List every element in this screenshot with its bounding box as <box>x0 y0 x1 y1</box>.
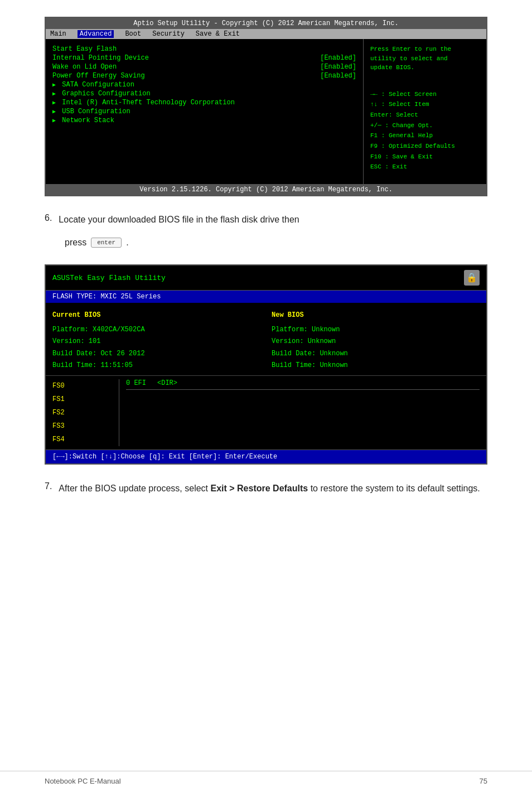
current-version: Version: 101 <box>52 336 260 348</box>
bios-main-area: Start Easy Flash Internal Pointing Devic… <box>46 39 486 184</box>
bios-item-network: Network Stack <box>52 116 356 125</box>
enter-key-button: enter <box>91 238 122 248</box>
fs2-item[interactable]: FS2 <box>52 406 114 419</box>
step-7-text-after: to restore the system to its default set… <box>308 484 480 493</box>
bios-help-text: Press Enter to run theutility to select … <box>370 45 480 73</box>
fs1-item[interactable]: FS1 <box>52 393 114 406</box>
flash-utility-box: ASUSTek Easy Flash Utility 🔒 FLASH TYPE:… <box>45 264 487 465</box>
bios-item-start-easy-flash: Start Easy Flash <box>52 45 356 54</box>
step-7-section: 7. After the BIOS update process, select… <box>45 481 487 496</box>
fs0-item[interactable]: FS0 <box>52 379 114 393</box>
step-6-section: 6. Locate your downloaded BIOS file in t… <box>45 213 487 248</box>
lock-icon: 🔒 <box>464 270 480 286</box>
step-6-text: Locate your downloaded BIOS file in the … <box>59 213 299 226</box>
bios-menu-main[interactable]: Main <box>50 30 66 38</box>
current-build-date: Build Date: Oct 26 2012 <box>52 348 260 360</box>
footer-title: Notebook PC E-Manual <box>45 777 121 785</box>
step-7-number: 7. <box>45 481 52 496</box>
new-build-time: Build Time: Unknown <box>272 360 480 372</box>
efi-dir: <DIR> <box>157 379 177 387</box>
bios-item-sata: SATA Configuration <box>52 80 356 89</box>
bios-item-wake-on-lid: Wake on Lid Open [Enabled] <box>52 62 356 71</box>
step-7-bold-text: Exit > Restore Defaults <box>210 484 308 493</box>
bios-item-intel-antitheft: Intel (R) Anti-Theft Technology Corporat… <box>52 98 356 107</box>
footer-page-number: 75 <box>480 777 487 785</box>
bios-footer: Version 2.15.1226. Copyright (C) 2012 Am… <box>46 184 486 195</box>
press-enter-line: press enter . <box>65 238 487 248</box>
bios-key-hints: →← : Select Screen ↑↓ : Select Item Ente… <box>370 89 480 173</box>
flash-type-row: FLASH TYPE: MXIC 25L Series <box>46 291 486 303</box>
bios-menu-boot[interactable]: Boot <box>125 30 141 38</box>
bios-menu-security[interactable]: Security <box>152 30 185 38</box>
new-build-date: Build Date: Unknown <box>272 348 480 360</box>
flash-efi-area: 0 EFI <DIR> <box>119 379 480 446</box>
current-bios-col: Current BIOS Platform: X402CA/X502CA Ver… <box>52 310 260 372</box>
flash-bios-info: Current BIOS Platform: X402CA/X502CA Ver… <box>46 306 486 376</box>
bios-item-usb: USB Configuration <box>52 107 356 116</box>
flash-title-text: ASUSTek Easy Flash Utility <box>52 274 166 282</box>
press-label: press <box>65 238 86 248</box>
page-footer: Notebook PC E-Manual 75 <box>0 771 532 791</box>
bios-menu-advanced[interactable]: Advanced <box>78 30 114 38</box>
efi-col1: 0 EFI <box>126 379 146 387</box>
period-text: . <box>126 238 128 248</box>
flash-fs-list: FS0 FS1 FS2 FS3 FS4 <box>52 379 119 446</box>
fs4-item[interactable]: FS4 <box>52 433 114 446</box>
fs3-item[interactable]: FS3 <box>52 419 114 433</box>
current-platform: Platform: X402CA/X502CA <box>52 324 260 336</box>
step-7-row: 7. After the BIOS update process, select… <box>45 481 487 496</box>
step-7-text: After the BIOS update process, select Ex… <box>59 481 480 496</box>
new-bios-col: New BIOS Platform: Unknown Version: Unkn… <box>272 310 480 372</box>
bios-left-panel: Start Easy Flash Internal Pointing Devic… <box>46 39 364 184</box>
bios-item-graphics: Graphics Configuration <box>52 89 356 98</box>
flash-footer-keys: [←→]:Switch [↑↓]:Choose [q]: Exit [Enter… <box>46 450 486 463</box>
new-platform: Platform: Unknown <box>272 324 480 336</box>
current-build-time: Build Time: 11:51:05 <box>52 360 260 372</box>
step-7-text-before: After the BIOS update process, select <box>59 484 210 493</box>
step-6-row: 6. Locate your downloaded BIOS file in t… <box>45 213 487 233</box>
bios-right-panel: Press Enter to run theutility to select … <box>364 39 486 184</box>
bios-screenshot: Aptio Setup Utility - Copyright (C) 2012… <box>45 17 487 196</box>
flash-title-row: ASUSTek Easy Flash Utility 🔒 <box>46 265 486 291</box>
bios-menu-save-exit[interactable]: Save & Exit <box>196 30 240 38</box>
bios-menu-bar: Main Advanced Boot Security Save & Exit <box>46 29 486 39</box>
bios-title: Aptio Setup Utility - Copyright (C) 2012… <box>46 18 486 29</box>
flash-file-area: FS0 FS1 FS2 FS3 FS4 0 EFI <DIR> <box>46 376 486 450</box>
current-bios-title: Current BIOS <box>52 310 260 322</box>
bios-item-pointing-device: Internal Pointing Device [Enabled] <box>52 54 356 62</box>
bios-item-power-off: Power Off Energy Saving [Enabled] <box>52 71 356 80</box>
step-6-number: 6. <box>45 213 52 233</box>
flash-efi-header: 0 EFI <DIR> <box>126 379 480 390</box>
new-bios-title: New BIOS <box>272 310 480 322</box>
new-version: Version: Unknown <box>272 336 480 348</box>
